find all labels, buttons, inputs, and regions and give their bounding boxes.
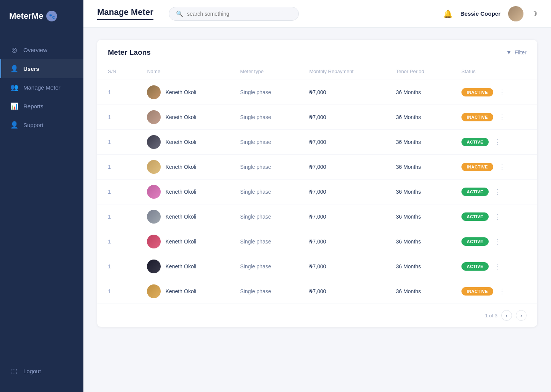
name-text: Keneth Okoli — [165, 139, 196, 145]
cell-tenor-period: 36 Months — [385, 130, 451, 155]
cell-sn: 1 — [97, 229, 136, 254]
name-text: Keneth Okoli — [165, 114, 196, 120]
cell-status: INACTIVE ⋮ — [451, 155, 537, 180]
logo-text: MeterMe — [9, 11, 43, 21]
users-icon: 👤 — [10, 65, 18, 73]
cell-tenor-period: 36 Months — [385, 279, 451, 304]
sidebar-nav: ◎ Overview 👤 Users 👥 Manage Meter 📊 Repo… — [0, 37, 83, 354]
more-options-icon[interactable]: ⋮ — [499, 88, 505, 96]
table-row: 1 Keneth Okoli Single phase ₦7,000 36 Mo… — [97, 279, 537, 304]
cell-status: INACTIVE ⋮ — [451, 80, 537, 105]
cell-status: INACTIVE ⋮ — [451, 105, 537, 130]
cell-monthly-repayment: ₦7,000 — [298, 279, 385, 304]
meter-loans-table: S/N Name Meter type Monthly Repayment Te… — [97, 63, 537, 304]
table-row: 1 Keneth Okoli Single phase ₦7,000 36 Mo… — [97, 180, 537, 204]
cell-meter-type: Single phase — [230, 229, 299, 254]
cell-meter-type: Single phase — [230, 180, 299, 204]
next-page-button[interactable]: › — [516, 310, 527, 321]
theme-toggle-icon[interactable]: ☽ — [531, 10, 537, 18]
sidebar-logout-section: ⬚ Logout — [0, 354, 83, 392]
page-title: Manage Meter — [97, 7, 153, 20]
sidebar-item-overview[interactable]: ◎ Overview — [0, 41, 83, 59]
cell-sn: 1 — [97, 130, 136, 155]
sidebar-logo: MeterMe 🐾 — [0, 0, 83, 37]
manage-meter-icon: 👥 — [10, 83, 18, 91]
main-content: Manage Meter 🔍 🔔 Bessie Cooper ☽ Meter L… — [83, 0, 551, 392]
search-bar[interactable]: 🔍 — [169, 7, 299, 21]
cell-sn: 1 — [97, 105, 136, 130]
prev-page-button[interactable]: ‹ — [501, 310, 512, 321]
cell-sn: 1 — [97, 155, 136, 180]
cell-meter-type: Single phase — [230, 105, 299, 130]
more-options-icon[interactable]: ⋮ — [499, 287, 505, 296]
more-options-icon[interactable]: ⋮ — [499, 163, 505, 171]
status-badge: ACTIVE — [461, 262, 489, 271]
pagination: 1 of 3 ‹ › — [97, 304, 537, 327]
table-row: 1 Keneth Okoli Single phase ₦7,000 36 Mo… — [97, 80, 537, 105]
row-avatar — [147, 284, 161, 298]
cell-tenor-period: 36 Months — [385, 254, 451, 279]
cell-sn: 1 — [97, 254, 136, 279]
cell-name: Keneth Okoli — [136, 105, 229, 130]
more-options-icon[interactable]: ⋮ — [494, 237, 501, 246]
cell-tenor-period: 36 Months — [385, 204, 451, 229]
cell-meter-type: Single phase — [230, 155, 299, 180]
overview-icon: ◎ — [10, 46, 18, 54]
cell-name: Keneth Okoli — [136, 180, 229, 204]
col-sn: S/N — [97, 63, 136, 80]
more-options-icon[interactable]: ⋮ — [494, 138, 501, 146]
cell-status: ACTIVE ⋮ — [451, 229, 537, 254]
cell-monthly-repayment: ₦7,000 — [298, 229, 385, 254]
logout-button[interactable]: ⬚ Logout — [0, 362, 83, 381]
row-avatar — [147, 210, 161, 224]
page-info: 1 of 3 — [485, 313, 497, 318]
col-status: Status — [451, 63, 537, 80]
cell-meter-type: Single phase — [230, 254, 299, 279]
name-text: Keneth Okoli — [165, 164, 196, 170]
table-row: 1 Keneth Okoli Single phase ₦7,000 36 Mo… — [97, 229, 537, 254]
sidebar-item-users[interactable]: 👤 Users — [0, 59, 83, 78]
cell-name: Keneth Okoli — [136, 204, 229, 229]
cell-meter-type: Single phase — [230, 80, 299, 105]
cell-name: Keneth Okoli — [136, 254, 229, 279]
header: Manage Meter 🔍 🔔 Bessie Cooper ☽ — [83, 0, 551, 28]
more-options-icon[interactable]: ⋮ — [494, 212, 501, 221]
meter-loans-card: Meter Laons ▼ Filter S/N Name Meter type… — [97, 40, 537, 327]
sidebar-item-reports[interactable]: 📊 Reports — [0, 97, 83, 116]
row-avatar — [147, 110, 161, 124]
status-badge: ACTIVE — [461, 188, 489, 196]
user-name: Bessie Cooper — [460, 10, 500, 17]
cell-sn: 1 — [97, 80, 136, 105]
cell-name: Keneth Okoli — [136, 130, 229, 155]
reports-icon: 📊 — [10, 102, 18, 110]
sidebar-item-support[interactable]: 👤 Support — [0, 116, 83, 134]
notification-bell-icon[interactable]: 🔔 — [443, 9, 453, 18]
name-text: Keneth Okoli — [165, 89, 196, 95]
cell-monthly-repayment: ₦7,000 — [298, 130, 385, 155]
filter-icon: ▼ — [506, 49, 512, 56]
table-row: 1 Keneth Okoli Single phase ₦7,000 36 Mo… — [97, 130, 537, 155]
cell-monthly-repayment: ₦7,000 — [298, 80, 385, 105]
name-text: Keneth Okoli — [165, 288, 196, 294]
avatar-image — [508, 6, 523, 21]
logout-icon: ⬚ — [10, 367, 18, 375]
name-text: Keneth Okoli — [165, 263, 196, 270]
search-input[interactable] — [187, 11, 292, 17]
status-badge: INACTIVE — [461, 88, 493, 96]
card-header: Meter Laons ▼ Filter — [97, 40, 537, 63]
sidebar-item-label: Users — [23, 65, 39, 72]
cell-tenor-period: 36 Months — [385, 180, 451, 204]
table-row: 1 Keneth Okoli Single phase ₦7,000 36 Mo… — [97, 254, 537, 279]
name-text: Keneth Okoli — [165, 214, 196, 220]
cell-tenor-period: 36 Months — [385, 155, 451, 180]
filter-button[interactable]: ▼ Filter — [506, 49, 527, 56]
more-options-icon[interactable]: ⋮ — [494, 262, 501, 271]
more-options-icon[interactable]: ⋮ — [494, 188, 501, 196]
row-avatar — [147, 260, 161, 273]
more-options-icon[interactable]: ⋮ — [499, 113, 505, 121]
sidebar-item-manage-meter[interactable]: 👥 Manage Meter — [0, 78, 83, 97]
cell-name: Keneth Okoli — [136, 279, 229, 304]
row-avatar — [147, 185, 161, 199]
sidebar: MeterMe 🐾 ◎ Overview 👤 Users 👥 Manage Me… — [0, 0, 83, 392]
cell-meter-type: Single phase — [230, 204, 299, 229]
